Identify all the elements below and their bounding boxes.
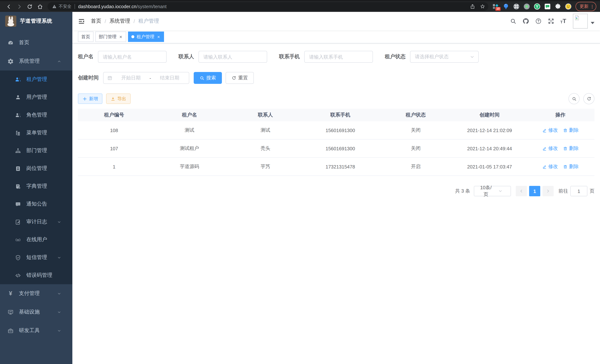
add-button[interactable]: 新增 xyxy=(78,93,103,104)
column-header-租户状态: 租户状态 xyxy=(378,112,453,118)
sidebar-item-岗位管理[interactable]: 岗位管理 xyxy=(0,159,72,177)
browser-menu-dots-icon[interactable] xyxy=(590,4,595,9)
address-bar[interactable]: 不安全 dashboard.yudao.iocoder.cn/system/te… xyxy=(47,2,488,11)
contact-input[interactable] xyxy=(198,51,267,63)
sidebar-item-首页[interactable]: 首页 xyxy=(0,33,72,52)
sidebar-item-租户管理[interactable]: 租户管理 xyxy=(0,71,72,88)
sidebar-item-在线用户[interactable]: 在线用户 xyxy=(0,231,72,249)
edit-link[interactable]: 修改 xyxy=(542,145,558,152)
sidebar-item-部门管理[interactable]: 部门管理 xyxy=(0,142,72,159)
sidebar-collapse-icon[interactable] xyxy=(78,18,85,24)
share-icon[interactable] xyxy=(470,4,475,9)
extension-badge: 10 xyxy=(495,7,501,11)
puzzle-extensions-icon[interactable] xyxy=(554,3,562,10)
tenant-name-input[interactable] xyxy=(98,51,167,63)
date-range-picker[interactable]: 开始日期 - 结束日期 xyxy=(103,72,189,84)
mobile-input[interactable] xyxy=(304,51,373,63)
browser-home-icon[interactable] xyxy=(37,3,43,9)
page-number-button[interactable]: 1 xyxy=(529,186,540,196)
sidebar-item-研发工具[interactable]: 研发工具 xyxy=(0,321,72,340)
refresh-table-button[interactable] xyxy=(583,93,594,104)
search-icon[interactable] xyxy=(510,18,516,25)
close-icon[interactable] xyxy=(157,35,161,39)
cell-mobile: 15601691300 xyxy=(302,127,378,133)
delete-link[interactable]: 删除 xyxy=(563,127,579,134)
filter-create-time: 创建时间 开始日期 - 结束日期 xyxy=(78,72,189,84)
record-extension-icon[interactable] xyxy=(523,3,530,10)
table-toolbar: 新增 导出 xyxy=(78,93,594,104)
prev-page-button[interactable] xyxy=(516,186,527,196)
gear-icon xyxy=(7,58,14,64)
online-user-icon xyxy=(15,237,21,243)
bookmark-star-icon[interactable] xyxy=(480,4,485,9)
yen-icon: ¥ xyxy=(7,290,14,297)
sidebar-item-字典管理[interactable]: 字典管理 xyxy=(0,177,72,195)
sidebar-logo[interactable]: 芋道管理系统 xyxy=(0,12,72,30)
close-icon[interactable] xyxy=(119,35,123,39)
refresh-icon xyxy=(232,75,236,80)
cell-name: 芋道源码 xyxy=(150,163,229,170)
y-logo-extension-icon[interactable] xyxy=(534,3,541,10)
cell-mobile: 17321315478 xyxy=(302,164,378,169)
avatar[interactable] xyxy=(573,14,588,28)
tab-部门管理[interactable]: 部门管理 xyxy=(95,32,126,42)
sidebar-item-label: 租户管理 xyxy=(26,76,66,83)
sidebar-item-错误码管理[interactable]: 错误码管理 xyxy=(0,266,72,284)
cell-status: 关闭 xyxy=(378,145,453,152)
export-button[interactable]: 导出 xyxy=(106,93,131,104)
toolbox-icon xyxy=(7,327,14,334)
reset-button[interactable]: 重置 xyxy=(225,72,254,84)
sidebar-item-label: 错误码管理 xyxy=(26,272,66,279)
delete-link[interactable]: 删除 xyxy=(563,145,579,152)
sidebar-item-通知公告[interactable]: 通知公告 xyxy=(0,195,72,213)
grid-tag-extension-icon[interactable]: 10 xyxy=(492,3,499,10)
sidebar-item-用户管理[interactable]: 用户管理 xyxy=(0,88,72,106)
edit-link[interactable]: 修改 xyxy=(542,163,558,170)
fullscreen-icon[interactable] xyxy=(548,18,554,25)
sidebar-item-支付管理[interactable]: ¥支付管理 xyxy=(0,284,72,303)
sidebar-item-短信管理[interactable]: 短信管理 xyxy=(0,249,72,266)
chat-extension-icon[interactable] xyxy=(544,3,551,10)
help-icon[interactable] xyxy=(535,18,542,25)
edit-icon xyxy=(542,146,547,151)
show-search-toggle-button[interactable] xyxy=(568,93,580,104)
browser-update-button[interactable]: 更新 xyxy=(575,2,596,11)
breadcrumb-item-系统管理[interactable]: 系统管理 xyxy=(110,18,130,25)
breadcrumb-item-首页[interactable]: 首页 xyxy=(91,18,101,25)
browser-forward-icon[interactable] xyxy=(16,3,22,9)
monitor-icon xyxy=(7,309,14,315)
status-select[interactable]: 请选择租户状态 xyxy=(410,51,479,63)
sidebar-item-审计日志[interactable]: 审计日志 xyxy=(0,213,72,231)
cell-created: 2021-12-14 21:02:09 xyxy=(453,127,526,133)
command-extension-icon[interactable] xyxy=(513,3,520,10)
tab-首页[interactable]: 首页 xyxy=(78,32,94,42)
sidebar-item-系统管理[interactable]: 系统管理 xyxy=(0,52,72,71)
cell-created: 2021-01-05 17:03:47 xyxy=(453,164,526,169)
delete-link[interactable]: 删除 xyxy=(563,163,579,170)
shield-check-icon xyxy=(15,254,21,261)
chevron-down-icon xyxy=(493,189,508,193)
search-button[interactable]: 搜索 xyxy=(194,72,222,84)
page-size-select[interactable]: 10条/页 xyxy=(474,186,511,196)
tags-view: 首页部门管理租户管理 xyxy=(72,30,600,43)
sidebar-item-菜单管理[interactable]: 菜单管理 xyxy=(0,124,72,142)
submenu-系统管理: 租户管理用户管理角色管理菜单管理部门管理岗位管理字典管理通知公告审计日志在线用户… xyxy=(0,71,72,284)
sidebar-item-label: 通知公告 xyxy=(26,201,66,207)
github-icon[interactable] xyxy=(523,18,529,25)
tab-租户管理[interactable]: 租户管理 xyxy=(128,32,164,42)
extensions-cluster: 10 xyxy=(492,3,572,10)
top-navbar: 首页/系统管理/租户管理 TT xyxy=(72,12,600,30)
sidebar-item-角色管理[interactable]: 角色管理 xyxy=(0,106,72,124)
edit-link[interactable]: 修改 xyxy=(542,127,558,134)
balloon-extension-icon[interactable] xyxy=(502,3,509,10)
emoji-extension-icon[interactable] xyxy=(565,3,572,10)
avatar-caret-down-icon[interactable] xyxy=(591,22,594,24)
goto-page-input[interactable] xyxy=(570,186,587,196)
column-header-联系手机: 联系手机 xyxy=(302,112,378,118)
sidebar-item-基础设施[interactable]: 基础设施 xyxy=(0,303,72,321)
browser-back-icon[interactable] xyxy=(6,3,12,9)
font-size-icon[interactable]: TT xyxy=(560,18,566,24)
next-page-button[interactable] xyxy=(543,186,554,196)
column-header-操作: 操作 xyxy=(526,112,594,118)
browser-reload-icon[interactable] xyxy=(27,3,33,9)
